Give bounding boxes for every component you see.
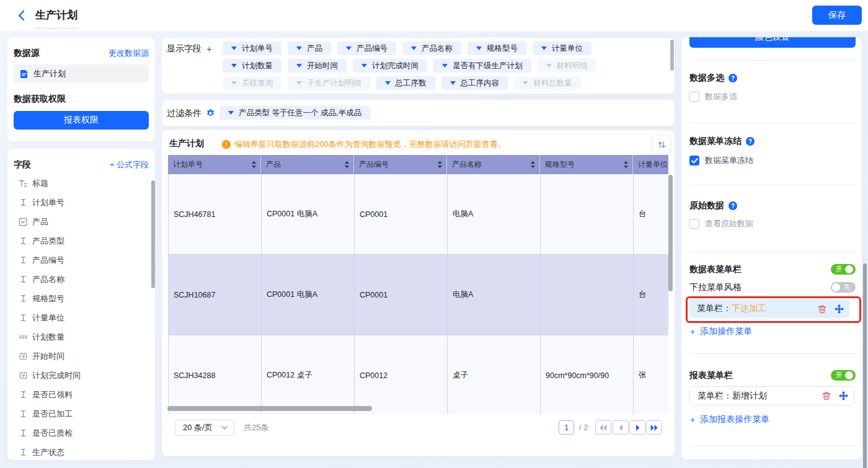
chip-label: 材料总数量 [533, 78, 572, 89]
text-icon [19, 294, 27, 303]
first-page-button[interactable] [595, 420, 611, 435]
table-row[interactable]: SCJH10687CP0001 电脑ACP0001电脑A台 [169, 255, 668, 335]
display-field-chip[interactable]: 产品 [288, 42, 331, 55]
table-cell: 张 [634, 335, 668, 414]
action-menu-item[interactable]: 菜单栏： 下达加工 [689, 299, 849, 318]
trash-icon[interactable] [822, 391, 831, 400]
table-header-cell[interactable]: 规格型号 [540, 155, 633, 174]
page-title[interactable]: 生产计划 [35, 8, 78, 29]
question-icon[interactable]: ? [746, 137, 755, 146]
filter-condition-chip[interactable]: 产品类型 等于任意一个 成品,半成品 [219, 106, 370, 120]
display-field-chip[interactable]: 总工序数 [376, 76, 435, 90]
display-field-chip[interactable]: 产品编号 [337, 42, 396, 55]
table-row[interactable]: SCJH46781CP0001 电脑ACP0001电脑A台 [169, 174, 668, 255]
add-formula-field-link[interactable]: + 公式字段 [110, 159, 149, 170]
field-item-label: 计划数量 [32, 332, 64, 343]
display-field-chip[interactable]: 规格型号 [467, 42, 526, 55]
table-vertical-scrollbar[interactable] [668, 175, 673, 291]
table-header-cell[interactable]: 计划单号 [168, 155, 261, 174]
display-field-chip[interactable]: 材料明细 [538, 59, 596, 73]
table-horizontal-scrollbar[interactable] [167, 406, 372, 411]
question-icon[interactable]: ? [728, 201, 737, 210]
chip-label: 计划单号 [242, 43, 273, 54]
field-item[interactable]: 是否已质检 [7, 423, 155, 443]
dropdown-style-toggle-off[interactable]: 关 [831, 282, 856, 293]
field-item[interactable]: 开始时间 [7, 347, 155, 366]
caret-down-icon [385, 81, 391, 85]
chip-label: 材料明细 [557, 61, 588, 71]
move-icon[interactable] [839, 391, 848, 400]
divider [689, 60, 856, 61]
field-item[interactable]: 产品 [7, 212, 155, 231]
double-chevron-right-icon [650, 425, 658, 431]
display-field-chip[interactable]: 是否有下级生产计划 [433, 59, 531, 73]
chip-label: 开始时间 [307, 61, 338, 71]
field-item[interactable]: 产品类型 [7, 231, 155, 250]
field-item[interactable]: 是否已加工 [7, 404, 155, 423]
field-item[interactable]: 计划单号 [7, 193, 155, 212]
field-item[interactable]: 标题 [7, 174, 155, 193]
display-fields-scrollbar[interactable] [670, 40, 674, 71]
checkbox-multiselect[interactable]: 数据多选 [689, 91, 737, 102]
field-item[interactable]: 是否已领料 [7, 385, 155, 404]
last-page-button[interactable] [646, 420, 662, 435]
title-icon [19, 179, 27, 188]
display-fields-chips: 计划单号产品产品编号产品名称规格型号计量单位计划数量开始时间计划完成时间是否有下… [223, 42, 596, 90]
display-field-chip[interactable]: 关联查询 [223, 76, 281, 90]
page-size-select[interactable]: 20 条/页 [175, 420, 234, 436]
trash-icon[interactable] [817, 304, 826, 314]
field-item[interactable]: 123计划数量 [7, 327, 155, 347]
checkbox-raw-data[interactable]: 查看原始数据 [689, 218, 753, 229]
display-field-chip[interactable]: 子生产计划明细 [288, 76, 370, 90]
table-header-cell[interactable]: 产品编号 [354, 155, 447, 174]
add-action-menu-link[interactable]: + 添加操作菜单 [690, 326, 752, 337]
table-cell [541, 174, 634, 254]
caret-down-icon [228, 111, 234, 115]
table-header-cell[interactable]: 产品名称 [447, 155, 540, 174]
table-header-cell[interactable]: 计量单位 [633, 155, 668, 174]
report-menu-item[interactable]: 菜单栏： 新增计划 [689, 386, 854, 405]
table-cell: SCJH46781 [169, 174, 262, 254]
sort-order-button[interactable] [652, 135, 671, 154]
change-datasource-link[interactable]: 更改数据源 [108, 48, 149, 59]
move-icon[interactable] [835, 304, 844, 314]
gear-icon[interactable] [206, 108, 215, 117]
table-cell: 台 [634, 174, 668, 254]
field-item[interactable]: 产品编号 [7, 250, 155, 270]
field-item-label: 是否已加工 [32, 408, 73, 420]
divider [689, 123, 856, 123]
display-field-chip[interactable]: 开始时间 [288, 59, 347, 73]
add-report-menu-link[interactable]: + 添加报表操作菜单 [690, 414, 769, 425]
field-item[interactable]: 计划完成时间 [7, 366, 155, 385]
field-item[interactable]: 规格型号 [7, 289, 155, 308]
table-row[interactable]: SCJH34288CP0012 桌子CP0012桌子90cm*90cm*90/9… [169, 335, 668, 414]
add-display-field-button[interactable]: + [206, 43, 212, 54]
display-field-chip[interactable]: 材料总数量 [514, 76, 581, 90]
report-permission-button[interactable]: 报表权限 [14, 111, 149, 130]
report-menu-toggle-on[interactable]: 开 [831, 370, 856, 381]
display-field-chip[interactable]: 总工序内容 [441, 76, 508, 90]
current-page-input[interactable]: 1 [559, 420, 574, 435]
datasource-item[interactable]: 生产计划 [14, 64, 149, 82]
fields-scrollbar[interactable] [151, 180, 155, 288]
back-icon[interactable] [16, 9, 29, 22]
question-icon[interactable]: ? [728, 74, 737, 82]
field-item[interactable]: 生产状态 [7, 443, 155, 460]
color-settings-button[interactable]: 颜色设置 [689, 37, 856, 48]
display-field-chip[interactable]: 计划数量 [223, 59, 281, 73]
next-page-button[interactable] [629, 420, 645, 435]
column-title: 计量单位 [638, 159, 668, 170]
display-field-chip[interactable]: 计划单号 [223, 42, 281, 55]
prev-page-button[interactable] [613, 420, 629, 435]
chevron-right-icon [636, 425, 640, 431]
display-field-chip[interactable]: 计划完成时间 [353, 59, 427, 73]
display-field-chip[interactable]: 计量单位 [533, 42, 591, 55]
table-header-cell[interactable]: 产品 [261, 155, 354, 174]
field-item[interactable]: 产品名称 [7, 270, 155, 289]
checkbox-menu-freeze[interactable]: 数据菜单冻结 [689, 155, 753, 166]
save-button[interactable]: 保存 [812, 6, 862, 25]
field-item[interactable]: 计量单位 [7, 308, 155, 327]
display-field-chip[interactable]: 产品名称 [402, 42, 461, 55]
settings-panel-scrollbar[interactable] [863, 263, 867, 468]
table-menu-toggle-on[interactable]: 开 [831, 264, 856, 275]
